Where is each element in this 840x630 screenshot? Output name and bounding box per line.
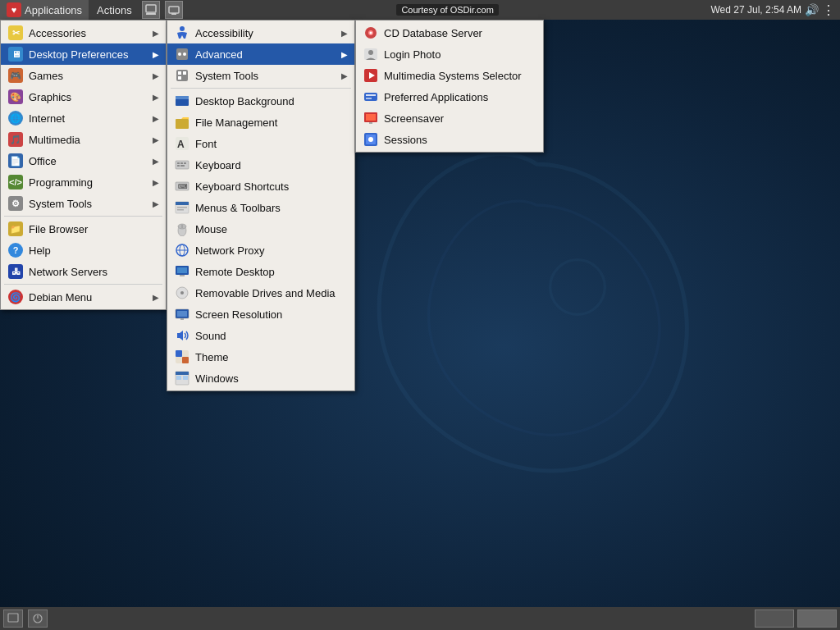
keyboard-icon [174,157,190,173]
menu-item-desktop-prefs[interactable]: 🖥 Desktop Preferences ▶ [1,43,166,65]
removable-icon [174,285,190,301]
office-icon: 📄 [7,153,24,169]
bottom-panel [0,607,840,630]
menu-l2-separator-1 [171,88,351,89]
menu-item-sound[interactable]: Sound [167,325,354,346]
svg-rect-29 [177,209,184,211]
tray-icon[interactable]: ⋮ [822,2,835,18]
menu-item-games[interactable]: 🎮 Games ▶ [1,65,166,86]
menu-item-system-tools[interactable]: ⚙ System Tools ▶ [1,193,166,214]
panel-icon-btn-2[interactable] [165,1,183,19]
svg-point-53 [370,32,372,34]
svg-rect-37 [177,267,187,273]
applications-menu-button[interactable]: ♥ Applications [0,0,89,20]
windows-icon [174,370,190,386]
programming-icon: </> [7,174,24,190]
games-arrow: ▶ [153,71,159,80]
accessories-icon: ✂ [7,25,24,41]
svg-rect-58 [364,93,377,101]
internet-icon: 🌐 [7,110,24,126]
system-tools-icon: ⚙ [7,195,24,212]
menu-item-l2-system-tools[interactable]: System Tools ▶ [167,65,354,86]
svg-rect-3 [169,7,179,13]
actions-menu-button[interactable]: Actions [90,0,139,20]
svg-point-5 [180,26,185,31]
svg-rect-21 [184,162,186,164]
menu-item-screen-resolution[interactable]: Screen Resolution [167,304,354,325]
taskbar-square-1[interactable] [755,609,794,628]
menu-item-login-photo[interactable]: Login Photo [356,43,543,65]
menu-item-help[interactable]: ? Help [1,240,166,261]
menu-item-accessibility[interactable]: Accessibility ▶ [167,22,354,43]
menu-item-cd-database[interactable]: CD Database Server [356,22,543,43]
panel-left: ♥ Applications Actions [0,0,185,20]
menu-item-office[interactable]: 📄 Office ▶ [1,150,166,171]
menu-item-windows[interactable]: Windows [167,368,354,389]
svg-rect-12 [178,76,181,80]
menu-l2: Accessibility ▶ Advanced ▶ System Tools … [167,20,355,391]
panel-icon-2 [168,4,180,16]
menu-item-keyboard[interactable]: Keyboard [167,154,354,176]
svg-rect-19 [177,162,180,164]
svg-point-0 [550,260,605,315]
menu-item-network-proxy[interactable]: Network Proxy [167,240,354,261]
programming-arrow: ▶ [153,178,159,187]
svg-point-7 [178,52,181,56]
menu-item-removable[interactable]: Removable Drives and Media [167,282,354,304]
menu-item-file-browser[interactable]: 📁 File Browser [1,218,166,240]
svg-rect-59 [366,94,376,96]
login-photo-icon [363,46,379,62]
svg-rect-28 [177,207,187,208]
menu-item-accessories[interactable]: ✂ Accessories ▶ [1,22,166,43]
menu-item-keyboard-shortcuts[interactable]: ⌨ Keyboard Shortcuts [167,176,354,197]
menu-item-sessions[interactable]: Sessions [356,129,543,150]
l2-system-tools-arrow: ▶ [341,71,348,80]
svg-rect-43 [180,318,184,320]
menu-item-advanced[interactable]: Advanced ▶ [167,43,354,65]
help-icon: ? [7,242,24,258]
top-panel: ♥ Applications Actions Courtesy of OSDir… [0,0,840,20]
menu-item-mouse[interactable]: Mouse [167,218,354,240]
mouse-icon [174,221,190,237]
svg-rect-67 [8,614,18,622]
svg-point-66 [368,137,373,142]
desktop-art [331,123,742,533]
internet-arrow: ▶ [153,114,159,123]
system-tools-arrow: ▶ [153,199,159,208]
svg-rect-15 [176,119,189,129]
desktop-bg-icon [174,93,190,109]
menu-item-screensaver[interactable]: Screensaver [356,107,543,129]
font-icon: A [174,135,190,152]
menu-item-internet[interactable]: 🌐 Internet ▶ [1,107,166,129]
menu-item-debian[interactable]: 🌀 Debian Menu ▶ [1,286,166,308]
network-proxy-icon [174,242,190,258]
svg-rect-11 [183,71,186,75]
volume-icon[interactable]: 🔊 [805,3,819,16]
menu-item-remote-desktop[interactable]: Remote Desktop [167,261,354,282]
desktop-prefs-icon: 🖥 [7,46,24,62]
taskbar-icon-2[interactable] [28,609,48,628]
menu-item-multimedia-selector[interactable]: Multimedia Systems Selector [356,65,543,86]
menu-item-font[interactable]: A Font [167,133,354,154]
menu-item-programming[interactable]: </> Programming ▶ [1,171,166,193]
taskbar-square-2[interactable] [797,609,837,628]
menu-item-menus-toolbars[interactable]: Menus & Toolbars [167,197,354,218]
theme-icon [174,349,190,365]
svg-rect-1 [146,5,156,12]
menu-item-theme[interactable]: Theme [167,346,354,368]
panel-icon-btn-1[interactable] [142,1,160,19]
menu-item-preferred-apps[interactable]: Preferred Applications [356,86,543,107]
taskbar-icon-1[interactable] [3,609,23,628]
advanced-icon [174,46,190,62]
menu-item-desktop-bg[interactable]: Desktop Background [167,90,354,112]
svg-rect-23 [180,165,185,167]
svg-rect-38 [180,275,185,276]
menu-item-multimedia[interactable]: 🎵 Multimedia ▶ [1,129,166,150]
panel-right: Wed 27 Jul, 2:54 AM 🔊 ⋮ [710,2,840,18]
accessibility-arrow: ▶ [341,29,348,38]
svg-rect-63 [369,122,372,124]
menu-item-graphics[interactable]: 🎨 Graphics ▶ [1,86,166,107]
file-browser-icon: 📁 [7,221,24,237]
menu-item-network-servers[interactable]: 🖧 Network Servers [1,261,166,282]
menu-item-file-mgmt[interactable]: File Management [167,112,354,133]
